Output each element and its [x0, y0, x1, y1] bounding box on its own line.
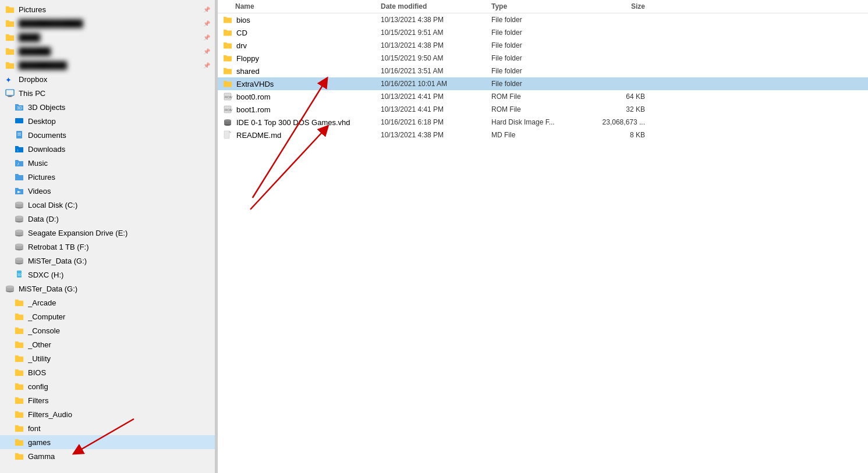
sidebar-item-private2[interactable]: ████📌: [0, 30, 215, 44]
sidebar-item-documents[interactable]: Documents: [0, 128, 215, 142]
file-type-cell: Hard Disk Image F...: [491, 118, 596, 126]
sidebar-label-private1: ████████████: [19, 19, 203, 28]
folder-icon: [14, 311, 24, 322]
sidebar-item-retrobat[interactable]: Retrobat 1 TB (F:): [0, 240, 215, 254]
table-row[interactable]: ROMboot0.rom10/13/2021 4:41 PMROM File64…: [218, 90, 868, 103]
table-row[interactable]: CD10/15/2021 9:51 AMFile folder: [218, 26, 868, 39]
sidebar-item-downloads[interactable]: ↓Downloads: [0, 142, 215, 156]
table-row[interactable]: bios10/13/2021 4:38 PMFile folder: [218, 13, 868, 26]
folder3d-icon: 3D: [14, 102, 24, 112]
sidebar-label-console: _Console: [28, 326, 210, 335]
file-size-cell: 64 KB: [596, 93, 654, 101]
sidebar-item-3d-objects[interactable]: 3D3D Objects: [0, 100, 215, 114]
file-name-cell: shared: [218, 66, 381, 76]
sidebar-item-filters[interactable]: Filters: [0, 393, 215, 407]
col-header-type[interactable]: Type: [491, 2, 596, 10]
sidebar-item-private4[interactable]: █████████📌: [0, 58, 215, 72]
table-row[interactable]: IDE 0-1 Top 300 DOS Games.vhd10/16/2021 …: [218, 116, 868, 129]
sidebar-item-computer[interactable]: _Computer: [0, 310, 215, 323]
pc-icon: [5, 88, 15, 98]
file-type-cell: ROM File: [491, 93, 596, 101]
sidebar-item-utility[interactable]: _Utility: [0, 351, 215, 365]
sidebar-item-gamma[interactable]: Gamma: [0, 449, 215, 463]
sidebar-label-gamma: Gamma: [28, 452, 210, 461]
col-header-name[interactable]: Name: [218, 2, 381, 10]
sidebar-item-music[interactable]: ♪Music: [0, 156, 215, 170]
svg-rect-1: [6, 90, 14, 95]
file-type-cell: File folder: [491, 29, 596, 37]
disk-icon: [14, 227, 24, 238]
file-name-cell: ExtraVHDs: [218, 79, 381, 89]
sidebar-item-this-pc[interactable]: This PC: [0, 86, 215, 100]
table-row[interactable]: ROMboot1.rom10/13/2021 4:41 PMROM File32…: [218, 103, 868, 116]
sidebar-item-private1[interactable]: ████████████📌: [0, 16, 215, 30]
sidebar-item-config[interactable]: config: [0, 379, 215, 393]
sidebar-item-private3[interactable]: ██████📌: [0, 44, 215, 58]
sidebar-item-other[interactable]: _Other: [0, 337, 215, 351]
table-row[interactable]: shared10/16/2021 3:51 AMFile folder: [218, 65, 868, 77]
sidebar-item-seagate[interactable]: Seagate Expansion Drive (E:): [0, 226, 215, 240]
dropbox-icon: ✦: [5, 74, 15, 84]
folder-icon: [14, 367, 24, 378]
sidebar-label-seagate: Seagate Expansion Drive (E:): [28, 229, 210, 237]
sidebar-item-dropbox[interactable]: ✦Dropbox: [0, 72, 215, 86]
sidebar-item-desktop[interactable]: Desktop: [0, 114, 215, 128]
sidebar-label-mister-data-g-expand: MiSTer_Data (G:): [19, 284, 210, 293]
desktop-icon: [14, 116, 24, 126]
svg-rect-5: [15, 118, 23, 123]
videos-icon: [14, 186, 24, 196]
sidebar-item-console[interactable]: _Console: [0, 323, 215, 337]
folder-icon: [5, 4, 15, 15]
table-row[interactable]: ExtraVHDs10/16/2021 10:01 AMFile folder: [218, 77, 868, 90]
sidebar-item-bios[interactable]: BIOS: [0, 365, 215, 379]
folder-icon: [5, 18, 15, 29]
file-name-cell: CD: [218, 27, 381, 38]
folder-icon: [14, 339, 24, 350]
sidebar-item-arcade[interactable]: _Arcade: [0, 296, 215, 310]
sidebar-item-videos[interactable]: Videos: [0, 184, 215, 198]
file-name-text: README.md: [236, 131, 281, 140]
sidebar-item-mister-data-g-expand[interactable]: MiSTer_Data (G:): [0, 282, 215, 296]
folder-icon: [14, 451, 24, 461]
svg-point-23: [15, 244, 23, 247]
sidebar-label-computer: _Computer: [28, 312, 210, 321]
table-row[interactable]: Floppy10/15/2021 9:50 AMFile folder: [218, 52, 868, 65]
sidebar-item-pictures[interactable]: Pictures: [0, 170, 215, 184]
documents-icon: [14, 130, 24, 140]
pin-icon: 📌: [203, 48, 210, 55]
sidebar-label-bios: BIOS: [28, 368, 210, 377]
sidebar-label-videos: Videos: [28, 187, 210, 195]
table-row[interactable]: README.md10/13/2021 4:38 PMMD File8 KB: [218, 129, 868, 141]
col-header-date[interactable]: Date modified: [381, 2, 491, 10]
vhd-file-icon: [222, 117, 233, 127]
sidebar-item-games[interactable]: games: [0, 435, 215, 449]
file-size-cell: 32 KB: [596, 105, 654, 113]
sidebar-label-games: games: [28, 438, 210, 447]
pin-icon: 📌: [203, 62, 210, 69]
sidebar-label-sdxc-h: SDXC (H:): [28, 271, 210, 279]
col-header-size[interactable]: Size: [596, 2, 654, 10]
sidebar-label-mister-data-g: MiSTer_Data (G:): [28, 257, 210, 265]
folder-file-icon: [222, 15, 233, 25]
sidebar-label-downloads: Downloads: [28, 145, 210, 154]
file-date-cell: 10/13/2021 4:38 PM: [381, 41, 491, 49]
folder-file-icon: [222, 40, 233, 51]
sidebar-item-mister-data-g[interactable]: MiSTer_Data (G:): [0, 254, 215, 268]
folder-icon: [14, 437, 24, 447]
file-name-text: CD: [236, 29, 247, 37]
sidebar-item-font[interactable]: font: [0, 421, 215, 435]
sidebar-label-desktop: Desktop: [28, 117, 210, 126]
sidebar-item-sdxc-h[interactable]: SDSDXC (H:): [0, 268, 215, 282]
file-name-text: Floppy: [236, 54, 259, 63]
pin-icon: 📌: [203, 34, 210, 41]
sidebar-label-local-disk-c: Local Disk (C:): [28, 201, 210, 209]
table-row[interactable]: drv10/13/2021 4:38 PMFile folder: [218, 39, 868, 52]
disk-icon: [14, 241, 24, 252]
sidebar-item-filters-audio[interactable]: Filters_Audio: [0, 407, 215, 421]
sidebar-item-pictures-top[interactable]: Pictures📌: [0, 2, 215, 16]
sidebar-item-data-d[interactable]: Data (D:): [0, 212, 215, 226]
file-type-cell: File folder: [491, 54, 596, 62]
sidebar-item-local-disk-c[interactable]: Local Disk (C:): [0, 198, 215, 212]
folder-icon: [14, 297, 24, 308]
file-name-cell: README.md: [218, 130, 381, 140]
